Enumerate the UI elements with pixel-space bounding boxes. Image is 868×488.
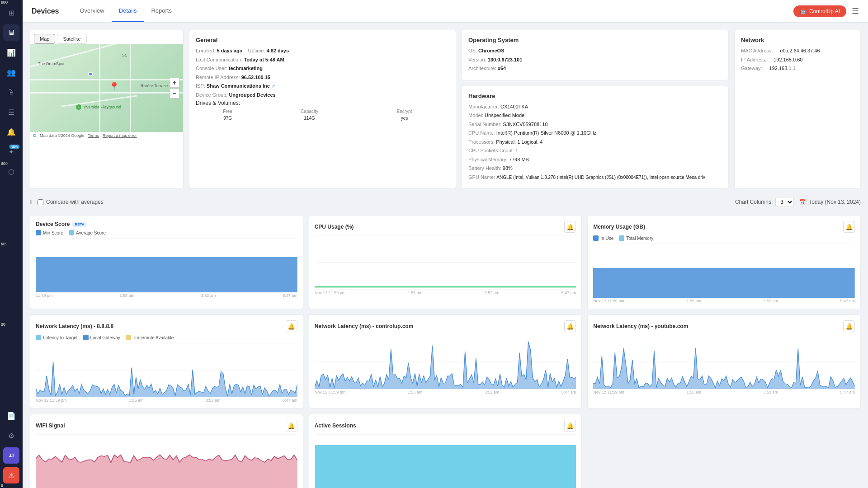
chart-title: WiFi Signal [36,422,65,429]
map-tab-satellite[interactable]: Satellite [57,34,86,44]
drives-label: Drives & Volumes: [196,100,240,106]
page-title: Devices [32,7,59,15]
map-area[interactable]: The DrumSpot 📍 + Riverside Playground St… [30,44,183,132]
controlup-ai-button[interactable]: 🤖 ControlUp AI [793,5,846,17]
serial-value: S3NXCV059788118 [503,122,547,127]
tab-details[interactable]: Details [112,0,144,22]
chart-title: Network Latency (ms) - controlup.com [315,323,414,329]
chart-card-device-score: Device Score BETA Min Score Average Scor… [30,215,303,309]
processors-line: Processors: Physical: 1 Logical: 4 [468,138,722,146]
chart-title: Memory Usage (GB) [593,224,645,230]
chart-card-wifi-signal: WiFi Signal 🔔 100500 Nov 12 11: [30,414,303,488]
console-value: techmarketing [229,66,263,71]
bell-button-network-latency-controlup[interactable]: 🔔 [564,320,576,332]
legend-color [83,335,89,340]
tab-reports[interactable]: Reports [144,0,179,22]
chart-body: 150100500 Nov 12 11:59 pm1:55 am3:52 am5… [315,335,576,394]
hamburger-button[interactable]: ☰ [852,6,859,16]
map-location-dot [88,72,93,76]
chart-header: Network Latency (ms) - youtube.com 🔔 [593,320,855,332]
legend-item: Traceroute Available [126,335,174,340]
battery-label: Battery Health: [468,165,501,171]
gpu-value: ANGLE (Intel, Vulkan 1.3.278 (Intel(R) U… [496,175,705,180]
gateway-line: Gateway: 192.168.1.1 [741,65,854,72]
isp-link-icon[interactable]: ↗ [271,84,275,89]
content-area: Map Satellite The DrumSpot [23,23,868,488]
bell-button-memory-usage[interactable]: 🔔 [843,221,855,233]
chart-card-network-latency-controlup: Network Latency (ms) - controlup.com 🔔 1… [309,314,582,408]
chart-header: Network Latency (ms) - 8.8.8.8 🔔 [36,320,297,332]
manufacturer-label: Manufacturer: [468,104,499,109]
mac-value: e0:c2:64:46:37:46 [780,48,820,53]
info-icon[interactable]: ℹ [30,199,32,206]
chart-title: Network Latency (ms) - 8.8.8.8 [36,323,113,329]
x-axis-label: Nov 12 11:59 pm [593,390,624,394]
date-text: Today (Nov 13, 2024) [809,199,861,205]
chart-title: CPU Usage (%) [315,224,354,230]
legend-item: Total Memory [619,235,653,241]
x-axis-label: 5:47 am [561,390,576,394]
general-card: General Enrolled: 5 days ago Uptime: 4.8… [189,30,456,189]
chart-body: 6040200 Nov 12 11:59 pm1:55 am3:52 am5:4… [593,335,855,394]
map-report-link[interactable]: Report a map error [103,133,137,138]
svg-rect-11 [593,268,855,298]
legend-color [593,235,599,241]
legend-item: Local Gateway [83,335,120,340]
gateway-value: 192.168.1.1 [769,66,796,71]
x-axis-label: 1:55 am [408,390,423,394]
chart-columns-label: Chart Columns: 1 2 3 4 [735,197,794,207]
x-axis-label: Nov 12 11:59 pm [593,299,624,303]
bell-button-network-latency-youtube[interactable]: 🔔 [843,320,855,332]
x-axis-label: 3:52 am [485,291,500,295]
x-axis-label: 5:47 am [561,291,576,295]
legend-label: In Use [600,236,613,241]
compare-label[interactable]: Compare with averages [38,199,104,205]
bell-button-cpu-usage[interactable]: 🔔 [564,221,576,233]
last-comm-label: Last Communication: [196,57,242,62]
x-axis-label: 5:47 am [840,390,855,394]
x-axis: Nov 12 11:59 pm1:55 am3:52 am5:47 am [315,291,576,295]
model-value: Unspecified Model [485,113,526,118]
chart-body: 1050 Nov 12 11:59 pm1:55 am3:52 am5:47 a… [593,244,855,303]
mac-line: MAC Address: e0:c2:64:46:37:46 [741,47,854,55]
map-card: Map Satellite The DrumSpot [30,30,184,189]
bell-button-wifi-signal[interactable]: 🔔 [286,420,297,432]
map-zoom-out[interactable]: − [170,89,179,99]
legend-item: In Use [593,235,613,241]
arch-line: Architecture: x64 [468,65,722,72]
gpu-label: GPU Name: [468,174,495,180]
arch-label: Architecture: [468,66,496,71]
version-line: Version: 130.0.6723.101 [468,56,722,64]
legend-color [619,235,624,241]
map-terms-link[interactable]: Terms [88,133,99,138]
bell-button-active-sessions[interactable]: 🔔 [564,420,576,432]
chart-columns-select[interactable]: 1 2 3 4 [775,197,794,207]
tab-overview[interactable]: Overview [73,0,112,22]
drives-table: Free Capacity Encrypt 97G 114G yes [196,108,449,122]
chart-svg [593,244,855,298]
arch-value: x64 [498,66,506,71]
device-group-label: Device Group: [196,92,227,98]
device-group-line: Device Group: Ungrouped Devices [196,91,449,99]
x-axis-label: Nov 12 11:59 pm [315,390,346,394]
svg-rect-3 [36,257,297,292]
uptime-label: Uptime: [248,48,265,53]
google-logo: G [33,133,36,138]
map-footer: G Map data ©2024 Google Terms Report a m… [30,132,183,139]
cpu-line: CPU Name: Intel(R) Pentium(R) Silver N60… [468,129,722,137]
map-label-street: St. [122,53,127,57]
compare-text: Compare with averages [46,199,104,205]
map-tab-map[interactable]: Map [34,34,55,44]
x-axis-label: 3:52 am [763,390,778,394]
chart-svg-area: Nov 12 11:59 pm1:55 am3:52 am5:47 am [315,434,576,488]
x-axis-label: 3:52 am [206,398,221,403]
calendar-icon[interactable]: 📅 [799,199,806,205]
chart-card-network-latency-8888: Network Latency (ms) - 8.8.8.8 🔔 Latency… [30,314,303,408]
enrolled-label: Enrolled: [196,48,215,53]
compare-checkbox[interactable] [38,199,43,205]
map-zoom-in[interactable]: + [170,78,179,88]
bell-button-network-latency-8888[interactable]: 🔔 [286,320,297,332]
cpu-label: CPU Name: [468,130,495,136]
chart-card-memory-usage: Memory Usage (GB) 🔔 In Use Total Memory … [587,215,861,309]
x-axis-label: 3:52 am [201,293,216,298]
